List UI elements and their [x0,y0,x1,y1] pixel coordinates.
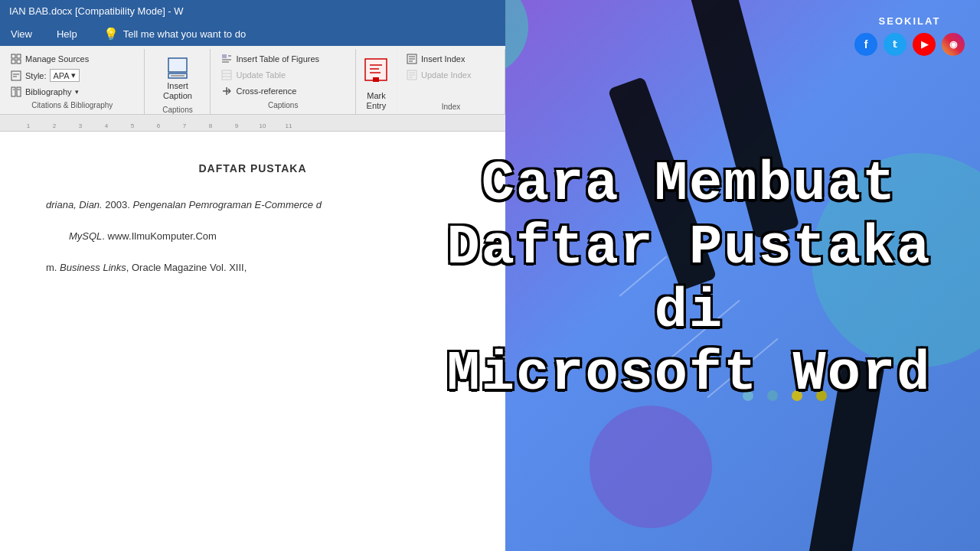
mark-entry-icon-area [364,52,388,91]
doc-entry-2: m. Business Links, Oracle Magazine Vol. … [46,260,459,276]
deco-circle-purple [590,406,712,528]
ruler-5: 5 [119,122,145,129]
captions-content: Insert Table of Figures Update Table [218,52,347,99]
svg-rect-15 [222,54,227,58]
svg-rect-2 [11,60,15,64]
update-table-icon [220,69,233,81]
tell-me-area[interactable]: 💡 Tell me what you want to do [103,27,246,41]
style-icon [10,70,22,82]
captions-group-label: Captions [218,101,347,111]
ruler-10: 10 [250,122,276,129]
citations-group-label: Citations & Bibliography [8,101,136,111]
ruler-9: 9 [224,122,250,129]
menu-bar: View Help 💡 Tell me what you want to do [0,21,505,46]
bibliography-label: Bibliography [25,87,72,96]
menu-help[interactable]: Help [52,25,82,43]
tell-me-text: Tell me what you want to do [123,28,246,40]
cross-reference-btn[interactable]: Cross-reference [218,84,347,98]
citations-group: Manage Sources Style: [0,49,145,114]
dropdown-arrow-icon: ▾ [71,70,76,80]
ruler-11: 11 [276,122,302,129]
overlay-line2: Daftar Pustaka di [398,217,980,344]
insert-table-of-figures-btn[interactable]: Insert Table of Figures [218,52,347,66]
bibliography-arrow: ▾ [75,88,79,96]
ribbon-inner: Manage Sources Style: [0,49,505,114]
entry-1-author: driana, Dian. [46,199,103,210]
manage-sources-btn[interactable]: Manage Sources [8,52,136,66]
manage-sources-icon [10,53,22,65]
menu-view[interactable]: View [6,25,37,43]
index-section: Mark Entry Insert Index [356,49,505,114]
insert-caption-btn[interactable]: InsertCaption [157,52,198,104]
update-index-icon [406,69,418,81]
mark-entry-label: Mark Entry [361,91,392,111]
update-index-label: Update Index [421,70,471,80]
insert-tof-label: Insert Table of Figures [236,54,319,64]
style-value: APA [54,71,70,80]
insert-index-label: Insert Index [421,54,465,64]
svg-rect-1 [17,54,21,58]
captions-group: Insert Table of Figures Update Table [211,49,355,114]
ruler-marks: 1 2 3 4 5 6 7 8 9 10 11 [15,115,505,131]
entry-1-title: Pengenalan Pemrograman E-Commerce d [132,199,321,210]
index-btns: Insert Index Update Index [397,49,505,114]
ruler: 1 2 3 4 5 6 7 8 9 10 11 [0,115,505,132]
ruler-6: 6 [145,122,172,129]
brand-area: SEOKILAT f 𝕥 ▶ ◉ [854,15,965,56]
window-title: IAN BAB.docx [Compatibility Mode] - W [9,5,184,17]
style-dropdown[interactable]: APA ▾ [50,69,80,82]
update-table-label: Update Table [236,70,286,80]
lightbulb-icon: 💡 [103,27,119,41]
insert-tof-icon [220,53,233,65]
svg-rect-26 [365,59,387,80]
entry-1-text: driana, Dian. 2003. Pengenalan Pemrogram… [46,199,322,210]
insert-caption-label: InsertCaption [163,81,192,101]
overlay-line1: Cara Membuat [398,153,980,217]
insert-caption-icon [165,55,190,80]
bibliography-icon [10,86,22,98]
doc-entry-1: driana, Dian. 2003. Pengenalan Pemrogram… [46,197,459,214]
twitter-icon[interactable]: 𝕥 [884,33,906,56]
insert-index-btn[interactable]: Insert Index [403,52,498,66]
instagram-icon[interactable]: ◉ [942,33,965,56]
overlay-line3: Microsoft Word [398,343,980,406]
title-bar: IAN BAB.docx [Compatibility Mode] - W [0,0,505,21]
citations-content: Manage Sources Style: [8,52,136,99]
svg-rect-0 [11,54,15,58]
svg-rect-4 [11,71,21,80]
cross-reference-label: Cross-reference [236,86,296,96]
update-index-btn[interactable]: Update Index [403,68,498,82]
svg-rect-19 [222,70,231,80]
svg-rect-8 [17,87,21,96]
caption-group: InsertCaption Captions [145,49,211,114]
svg-rect-12 [170,60,185,70]
cross-ref-icon [220,85,233,97]
ruler-3: 3 [67,122,93,129]
brand-name: SEOKILAT [879,15,941,27]
style-row: Style: APA ▾ [8,68,136,83]
doc-heading: DAFTAR PUSTAKA [46,162,459,174]
entry-2-text: m. Business Links, Oracle Magazine Vol. … [46,262,247,273]
svg-rect-7 [11,87,15,96]
ruler-7: 7 [172,122,198,129]
svg-rect-3 [17,60,21,64]
social-icons: f 𝕥 ▶ ◉ [854,33,965,56]
overlay-text: Cara Membuat Daftar Pustaka di Microsoft… [398,153,980,406]
ruler-2: 2 [41,122,67,129]
manage-sources-label: Manage Sources [25,54,89,64]
style-label: Style: [25,71,47,80]
svg-rect-30 [373,77,379,82]
youtube-icon[interactable]: ▶ [913,33,936,56]
mark-entry-btn[interactable]: Mark Entry [356,49,397,114]
entry-1-subtitle: MySQL [69,230,102,242]
ruler-8: 8 [198,122,224,129]
ruler-4: 4 [93,122,119,129]
facebook-icon[interactable]: f [854,33,877,56]
index-group-label: Index [403,103,498,111]
update-table-btn[interactable]: Update Table [218,68,347,82]
ribbon: Manage Sources Style: [0,46,505,115]
ruler-1: 1 [15,122,41,129]
insert-index-icon [406,53,418,65]
bibliography-btn[interactable]: Bibliography ▾ [8,85,136,99]
